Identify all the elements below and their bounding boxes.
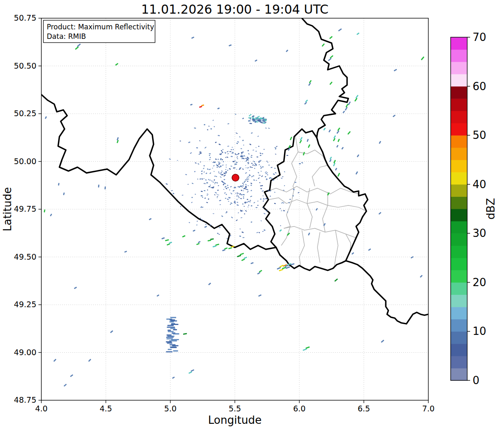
annotation-data-line: Data: RMIB <box>47 32 86 41</box>
echo-streak <box>63 192 64 195</box>
x-tick-label: 4.0 <box>35 404 48 413</box>
country-border-luxembourg_germany <box>317 138 368 261</box>
colorbar-segment <box>451 368 467 380</box>
echo-streak <box>196 243 200 245</box>
echo-streak <box>323 127 326 130</box>
x-tick-label: 7.0 <box>422 404 435 413</box>
x-tick-label: 4.5 <box>100 404 112 413</box>
echo-streak <box>421 56 425 60</box>
y-tick-label: 50.00 <box>14 157 36 166</box>
echo-streak <box>116 137 119 143</box>
echo-streak <box>351 252 354 255</box>
colorbar: 010203040506070 <box>451 31 486 387</box>
echo-streak <box>182 235 185 238</box>
echo-streak <box>110 330 113 333</box>
echo-streak <box>315 208 318 211</box>
grid-lines <box>41 18 428 400</box>
echo-streak <box>191 36 195 39</box>
echo-streak <box>394 69 397 71</box>
x-tick-label: 6.5 <box>358 404 370 413</box>
colorbar-segment <box>451 319 467 332</box>
region-border-line <box>322 192 327 232</box>
colorbar-segment <box>451 172 467 184</box>
echo-streak <box>334 278 338 282</box>
echo-streak <box>337 139 340 142</box>
echo-streak <box>336 127 341 134</box>
colorbar-tick-label: 30 <box>473 227 486 239</box>
y-tick-label: 48.75 <box>14 395 36 404</box>
echo-streak <box>251 262 254 264</box>
colorbar-segment <box>451 233 467 246</box>
colorbar-segment <box>451 135 467 148</box>
colorbar-segment <box>451 196 467 209</box>
region-border-line <box>281 227 290 246</box>
echo-streak <box>342 110 345 113</box>
echo-streak <box>149 218 152 220</box>
echo-streak <box>53 359 56 362</box>
region-border-line <box>284 202 292 229</box>
echo-streak <box>124 251 127 253</box>
echo-streak <box>279 229 282 232</box>
radar-echoes <box>44 28 425 387</box>
echo-streak <box>322 43 325 47</box>
colorbar-segment <box>451 344 467 356</box>
echo-streak <box>290 136 292 140</box>
echo-streak <box>236 253 244 257</box>
colorbar-segment <box>451 37 467 50</box>
echo-streak <box>217 108 220 109</box>
echo-streak <box>378 212 381 215</box>
echo-streak <box>258 294 261 297</box>
echo-streak <box>157 294 160 297</box>
echo-streak <box>307 139 309 142</box>
echo-streak <box>166 241 172 245</box>
echo-streak <box>327 55 334 61</box>
x-tick-label: 6.0 <box>293 404 306 413</box>
echo-streak <box>88 359 91 362</box>
colorbar-tick-label: 20 <box>473 276 486 289</box>
colorbar-segment <box>451 74 467 86</box>
y-tick-label: 49.50 <box>14 252 36 261</box>
echo-streak <box>98 184 99 187</box>
echo-streak <box>342 147 344 150</box>
colorbar-tick-label: 0 <box>473 374 480 387</box>
echo-streak <box>105 186 106 189</box>
colorbar-segment <box>451 123 467 136</box>
echo-streak <box>208 238 214 241</box>
echo-streak <box>337 173 340 177</box>
x-tick-label: 5.5 <box>229 404 241 413</box>
echo-streak <box>229 44 232 46</box>
colorbar-segment <box>451 221 467 234</box>
y-axis-label: Latitude <box>1 187 14 231</box>
echo-streak <box>199 105 204 108</box>
y-tick-label: 50.25 <box>14 109 36 118</box>
echo-streak <box>420 275 423 278</box>
echo-streak <box>329 36 332 39</box>
echo-streak <box>257 270 263 275</box>
region-border-line <box>334 230 338 268</box>
echo-streak <box>193 229 196 232</box>
echo-streak <box>115 63 118 66</box>
echo-streak <box>212 244 220 247</box>
echo-streak <box>335 168 337 171</box>
echo-streak <box>161 237 165 239</box>
colorbar-tick-label: 50 <box>473 129 486 141</box>
echo-streak <box>303 152 305 155</box>
echo-streak <box>381 339 384 343</box>
echo-streak <box>332 160 337 166</box>
y-tick-label: 50.75 <box>14 13 36 22</box>
echo-streak <box>45 116 47 119</box>
colorbar-segment <box>451 246 467 258</box>
echo-streak <box>208 282 211 285</box>
echo-streak <box>379 141 381 144</box>
echo-streak <box>204 226 207 228</box>
echo-streak <box>330 81 333 85</box>
colorbar-tick-label: 40 <box>473 178 486 191</box>
echo-streak <box>50 214 53 217</box>
y-tick-label: 49.00 <box>14 348 36 357</box>
x-axis-label: Longitude <box>208 414 261 426</box>
colorbar-segment <box>451 86 467 99</box>
echo-streak <box>308 144 310 148</box>
colorbar-segment <box>451 282 467 295</box>
echo-streak <box>392 115 395 117</box>
echo-streak <box>188 369 195 374</box>
